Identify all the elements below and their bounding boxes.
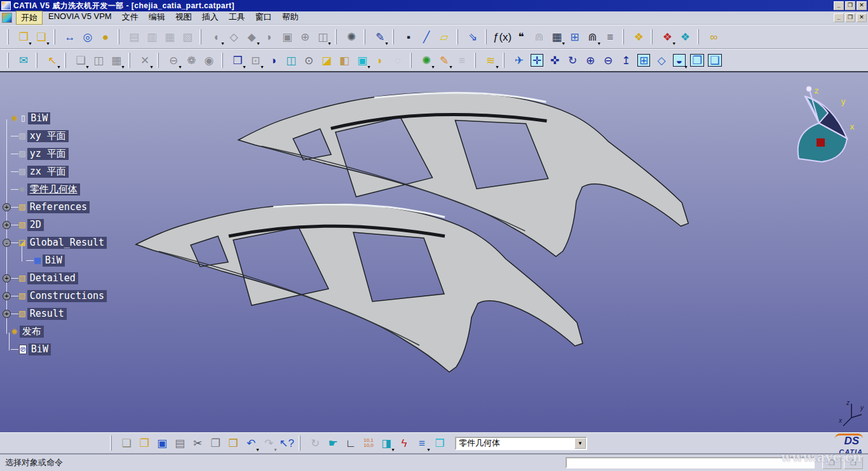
- save-icon[interactable]: ▣: [154, 434, 170, 452]
- toolbar-grip[interactable]: [110, 435, 112, 451]
- zoom-out-icon[interactable]: ⊖: [600, 51, 616, 69]
- fill-icon[interactable]: ◗: [372, 51, 388, 69]
- tree-node-label[interactable]: References: [27, 201, 90, 213]
- dropdown-arrow-icon[interactable]: ▼: [327, 41, 332, 46]
- tree-node-icon[interactable]: ◪: [19, 237, 25, 248]
- toolbar-grip[interactable]: [118, 29, 119, 44]
- graph-tree-swap-icon[interactable]: ◨ ▼: [378, 434, 395, 452]
- tree-node-icon[interactable]: ▨: [19, 166, 25, 176]
- dropdown-arrow-icon[interactable]: ▼: [57, 65, 61, 69]
- tree-node-icon[interactable]: ▨: [19, 131, 25, 141]
- doc-restore-button[interactable]: ❐: [845, 13, 855, 22]
- tree-item[interactable]: ✺ 零件几何体: [1, 180, 166, 198]
- tree-node-icon[interactable]: ▧: [19, 220, 25, 230]
- parameter-tree-icon[interactable]: ⊞: [566, 28, 583, 46]
- undo-icon[interactable]: ↶ ▼: [243, 434, 259, 452]
- shape-flat-icon[interactable]: ◫ ▼: [315, 28, 331, 46]
- dropdown-arrow-icon[interactable]: ▼: [178, 65, 182, 69]
- measure-item-icon[interactable]: ◎: [79, 28, 96, 46]
- toolbar-grip[interactable]: [456, 29, 458, 44]
- lock-small-icon[interactable]: ⋒: [531, 28, 547, 46]
- tree-expander[interactable]: +: [3, 203, 11, 211]
- doc-minimize-button[interactable]: _: [834, 13, 844, 22]
- catalog-open-icon[interactable]: ❑ ▼: [33, 28, 50, 46]
- shape-pad-icon[interactable]: ◆ ▼: [243, 28, 260, 46]
- minimize-button[interactable]: _: [834, 1, 844, 10]
- tree-expander[interactable]: +: [3, 292, 11, 300]
- tree-expander[interactable]: +: [3, 274, 11, 282]
- dropdown-arrow-icon[interactable]: ▼: [28, 41, 32, 46]
- dropdown-arrow-icon[interactable]: ▼: [149, 65, 154, 69]
- toolbar-grip[interactable]: [36, 53, 37, 68]
- tree-node-icon[interactable]: ✺: [11, 326, 18, 336]
- catalog-box-icon[interactable]: ⇘: [465, 28, 481, 46]
- visible-space-icon[interactable]: ❑: [707, 51, 723, 69]
- tree-node-icon[interactable]: ℗: [19, 345, 27, 354]
- tree-node-label[interactable]: BiW: [28, 112, 50, 124]
- redo-icon[interactable]: ↷ ▼: [261, 434, 277, 452]
- shape-target-icon[interactable]: ⊕: [297, 28, 313, 46]
- dropdown-arrow-icon[interactable]: ▼: [391, 448, 395, 452]
- tree-item[interactable]: ▨ yz 平面: [1, 145, 166, 163]
- dropdown-arrow-icon[interactable]: ▼: [597, 41, 601, 46]
- document-icon[interactable]: [2, 13, 12, 23]
- toolbar-grip[interactable]: [697, 29, 699, 44]
- quad-view-icon[interactable]: ⊞: [635, 51, 652, 69]
- toolbar-grip[interactable]: [64, 53, 66, 68]
- tree-expander[interactable]: -: [3, 239, 11, 247]
- cut-icon[interactable]: ✂: [189, 434, 206, 452]
- catalog-edit-icon[interactable]: ❐ ▼: [15, 28, 32, 46]
- toolbar-grip[interactable]: [392, 29, 394, 44]
- toolbar-grip[interactable]: [503, 53, 505, 68]
- gears-icon[interactable]: ✺ ▼: [418, 51, 435, 69]
- tree-item[interactable]: ▨ xy 平面: [1, 127, 166, 145]
- whats-this-icon[interactable]: ↖?: [278, 434, 295, 452]
- toolbar-grip[interactable]: [410, 53, 412, 68]
- render-style-icon[interactable]: ◒ ▼: [671, 51, 688, 69]
- points-grid-icon[interactable]: ▦ ▼: [108, 51, 125, 69]
- plane-icon[interactable]: ▱: [436, 28, 452, 46]
- sphere-icon[interactable]: ⊖ ▼: [165, 51, 182, 69]
- menu-item[interactable]: ENOVIA V5 VPM: [44, 11, 116, 25]
- tree-expander[interactable]: +: [3, 310, 11, 318]
- tree-node-label[interactable]: zx 平面: [27, 166, 69, 178]
- paste-icon[interactable]: ❒: [225, 434, 241, 452]
- tree-item[interactable]: ✺ 发布: [1, 322, 166, 340]
- tree-node-icon[interactable]: ▧: [19, 273, 25, 283]
- template-red-icon[interactable]: ❖ ▼: [659, 28, 675, 46]
- send-to-icon[interactable]: ✉: [15, 51, 32, 69]
- tree-node-label[interactable]: yz 平面: [27, 148, 69, 160]
- update-icon[interactable]: ↻: [307, 434, 323, 452]
- formula-icon[interactable]: ƒ(x): [493, 28, 512, 46]
- menu-item[interactable]: 开始: [16, 11, 43, 25]
- catalog-list-icon[interactable]: ≡: [454, 51, 470, 69]
- tree-item[interactable]: + ▧ Result: [1, 305, 166, 322]
- dropdown-arrow-icon[interactable]: ▼: [255, 448, 260, 452]
- surfaces-part-icon[interactable]: ❒: [431, 434, 448, 452]
- template-cyan-icon[interactable]: ❖: [677, 28, 693, 46]
- new-icon[interactable]: ❏: [118, 434, 135, 452]
- toolbar-grip[interactable]: [299, 435, 301, 451]
- stop-update-icon[interactable]: ϟ: [396, 434, 412, 452]
- menu-item[interactable]: 文件: [118, 11, 143, 25]
- dropdown-arrow-icon[interactable]: ▼: [495, 65, 499, 69]
- fit-all-icon[interactable]: ✛: [529, 51, 545, 69]
- toolbar-grip[interactable]: [157, 53, 159, 68]
- tree-node-label[interactable]: 发布: [20, 326, 44, 338]
- toolbar-grip[interactable]: [622, 29, 624, 44]
- tree-item[interactable]: ℗ BiW: [1, 340, 166, 358]
- boolean-assemble-icon[interactable]: ▤: [126, 28, 142, 46]
- tree-node-icon[interactable]: ▧: [19, 308, 25, 319]
- shape-roll-icon[interactable]: ◖ ▼: [208, 28, 224, 46]
- tree-node-icon[interactable]: ▨: [19, 149, 25, 159]
- rough-offset-icon[interactable]: ❁: [183, 51, 200, 69]
- tree-node-icon[interactable]: ✺: [11, 113, 18, 123]
- tree-item[interactable]: ▦ BiW: [1, 251, 166, 269]
- menu-item[interactable]: 帮助: [278, 11, 303, 25]
- toolbar-grip[interactable]: [474, 53, 476, 68]
- combobox-dropdown-icon[interactable]: ▼: [574, 438, 586, 449]
- 3d-viewport[interactable]: ✺ ▯ BiW ▨ xy 平面: [0, 72, 868, 432]
- dropdown-arrow-icon[interactable]: ▼: [431, 65, 435, 69]
- dropdown-arrow-icon[interactable]: ▼: [220, 41, 225, 46]
- tree-item[interactable]: + ▧ 2D: [1, 216, 166, 234]
